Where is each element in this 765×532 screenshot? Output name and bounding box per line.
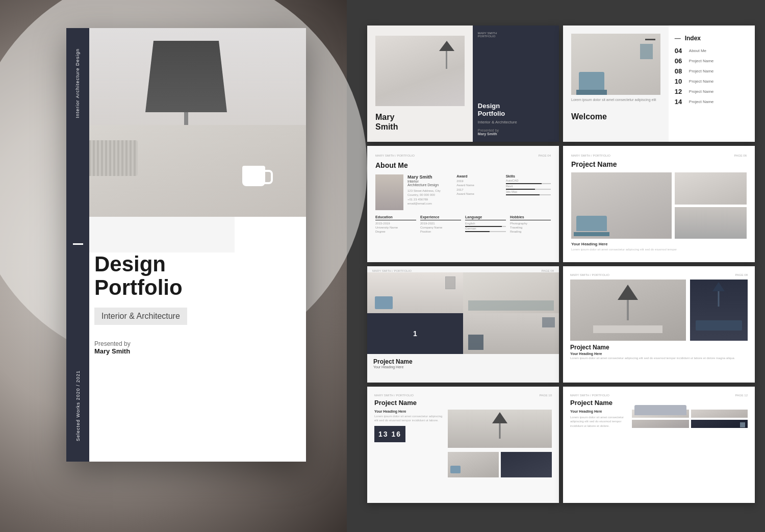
thumb5-photo-3: 1 <box>367 313 463 354</box>
bedding <box>66 125 306 217</box>
thumb6-header-left: MARY SMITH / PORTFOLIO <box>570 273 609 276</box>
thumb4-header-left: MARY SMITH / PORTFOLIO <box>571 154 610 157</box>
thumb6-side-photo <box>690 280 748 341</box>
thumb7-header-right: PAGE 10 <box>539 394 552 397</box>
about-hobbies: Hobbies PhotographyTravelingReading <box>510 215 551 234</box>
thumb2-decor <box>645 39 655 40</box>
thumb2-art <box>640 44 653 59</box>
thumb6-title: Project Name <box>570 344 748 351</box>
about-experience: Experience 2019-2021Company NamePosition <box>420 215 461 234</box>
thumb5-heading: Your Heading Here <box>373 365 553 369</box>
cover-white-band <box>66 217 235 252</box>
thumb4-heading: Your Heading Here <box>571 242 747 246</box>
cover-photo <box>66 28 306 217</box>
cover-subtitle-box: Interior & Architecture <box>94 308 187 325</box>
thumb4-title: Project Name <box>571 160 747 168</box>
thumbnail-cover: Mary Smith MARY SMITH PORTFOLIO Design P… <box>367 26 559 142</box>
thumb5-photo-4 <box>463 313 559 354</box>
thumb4-photo-top <box>675 172 747 205</box>
cover-content: Design Portfolio Interior & Architecture… <box>94 252 296 355</box>
about-language: Language English German <box>465 215 506 234</box>
thumb1-left: Mary Smith <box>367 26 473 142</box>
about-skills: Skills AutoCAD Revit 3ds Max <box>506 174 551 210</box>
thumbnail-index: Welcome Lorem ipsum dolor sit amet conse… <box>563 26 755 142</box>
index-item-2: 06 Project Name <box>675 57 749 65</box>
thumb2-chair-base <box>576 90 607 95</box>
thumb1-right-title: Design Portfolio <box>478 102 554 118</box>
thumb8-header-left: MARY SMITH / PORTFOLIO <box>570 394 609 397</box>
thumb8-header-right: PAGE 12 <box>735 394 748 397</box>
thumb8-photos <box>632 410 748 428</box>
thumb2-welcome: Welcome <box>571 109 607 121</box>
thumb7-heading: Your Heading Here <box>374 410 444 413</box>
thumb7-content: Your Heading Here Lorem ipsum dolor sit … <box>374 410 552 477</box>
thumb7-photo-bl <box>448 452 499 477</box>
cover-sidebar: Interior Architecture Design Selected Wo… <box>66 28 89 462</box>
cover-title: Design Portfolio <box>94 252 296 299</box>
thumb5-title: Project Name <box>373 358 553 365</box>
thumb1-right-subtitle: Interior & Architecture <box>478 120 554 124</box>
thumb7-clock-box: 13 16 <box>374 426 405 442</box>
about-info: Mary Smith Interior Architecture Design … <box>407 174 452 210</box>
thumb8-content: Your Heading Here Lorem ipsum dolor sit … <box>570 410 748 428</box>
thumb7-left: Your Heading Here Lorem ipsum dolor sit … <box>374 410 444 477</box>
cover-card: Interior Architecture Design Selected Wo… <box>66 28 306 462</box>
index-item-6: 14 Project Name <box>675 98 749 106</box>
thumb8-photo-3 <box>632 420 688 428</box>
thumb1-right: MARY SMITH PORTFOLIO Design Portfolio In… <box>473 26 559 142</box>
thumb4-main-photo <box>571 172 672 239</box>
thumb7-photo-top <box>448 410 552 448</box>
thumb6-info: Project Name Your Heading Here Lorem ips… <box>570 344 748 361</box>
index-item-4: 10 Project Name <box>675 78 749 85</box>
cover-subtitle: Interior & Architecture <box>101 312 180 320</box>
cover-presented-by: Presented by <box>94 340 296 347</box>
thumb1-room-photo <box>375 36 465 106</box>
thumb6-heading: Your Heading Here <box>570 352 748 356</box>
thumb1-name: Mary Smith <box>375 112 465 132</box>
thumb3-header-left: MARY SMITH / PORTFOLIO <box>375 154 415 157</box>
about-photo <box>375 174 403 210</box>
index-item-3: 08 Project Name <box>675 67 749 75</box>
thumb1-lamp <box>439 41 454 69</box>
thumb4-side-photos <box>675 172 747 239</box>
thumb4-photos <box>571 172 747 239</box>
cover-author: Mary Smith <box>94 347 296 355</box>
lamp-shade <box>145 41 227 112</box>
thumb6-top <box>570 280 748 341</box>
thumb7-photos-bottom <box>448 452 552 477</box>
index-item-5: 12 Project Name <box>675 88 749 95</box>
thumb7-title: Project Name <box>374 399 552 407</box>
thumbnail-project4: MARY SMITH / PORTFOLIO PAGE 10 Project N… <box>367 387 559 503</box>
about-education: Education 2015-2019University NameDegree <box>375 215 416 234</box>
thumbnail-project3: MARY SMITH / PORTFOLIO PAGE 08 Project N… <box>563 266 755 383</box>
thumb6-header-right: PAGE 08 <box>735 273 748 276</box>
thumb8-heading: Your Heading Here <box>570 410 628 413</box>
thumb2-room-photo <box>571 34 660 95</box>
thumb5-photo-2 <box>463 272 559 313</box>
thumb1-presented: Presented by Mary Smith <box>478 129 554 136</box>
thumbnail-project1: MARY SMITH / PORTFOLIO PAGE 06 Project N… <box>563 146 755 262</box>
thumb8-text: Lorem ipsum dolor sit amet consectetur a… <box>570 415 628 428</box>
thumb5-photo-1 <box>367 272 463 313</box>
index-items: 04 About Me 06 Project Name 08 Project N… <box>675 47 749 106</box>
thumb1-lamp-pole <box>446 51 447 69</box>
cup <box>242 166 265 186</box>
thumb5-info: Project Name Your Heading Here <box>367 354 559 373</box>
thumb6-main-photo <box>570 280 686 341</box>
thumb1-lamp-shade <box>439 41 454 51</box>
thumb2-chair <box>579 72 604 90</box>
sidebar-label-top: Interior Architecture Design <box>74 48 81 118</box>
thumb4-header-right: PAGE 06 <box>734 154 747 157</box>
thumb3-header-right: PAGE 04 <box>538 154 551 157</box>
thumb7-text: Lorem ipsum dolor sit amet consectetur a… <box>374 414 444 423</box>
thumbnails-grid: Mary Smith MARY SMITH PORTFOLIO Design P… <box>367 26 755 503</box>
thumbnail-about: MARY SMITH / PORTFOLIO PAGE 04 About Me … <box>367 146 559 262</box>
thumb8-left: Your Heading Here Lorem ipsum dolor sit … <box>570 410 628 428</box>
thumbnail-project5: MARY SMITH / PORTFOLIO PAGE 12 Project N… <box>563 387 755 503</box>
about-top-row: Mary Smith Interior Architecture Design … <box>375 174 551 210</box>
thumb7-photos <box>448 410 552 477</box>
thumb7-header-left: MARY SMITH / PORTFOLIO <box>374 394 414 397</box>
thumb2-right: — Index 04 About Me 06 Project Name 08 P… <box>669 26 755 142</box>
about-awards: Award 2019Award Name2017Award Name <box>456 174 501 210</box>
thumb8-photo-1 <box>632 410 688 418</box>
